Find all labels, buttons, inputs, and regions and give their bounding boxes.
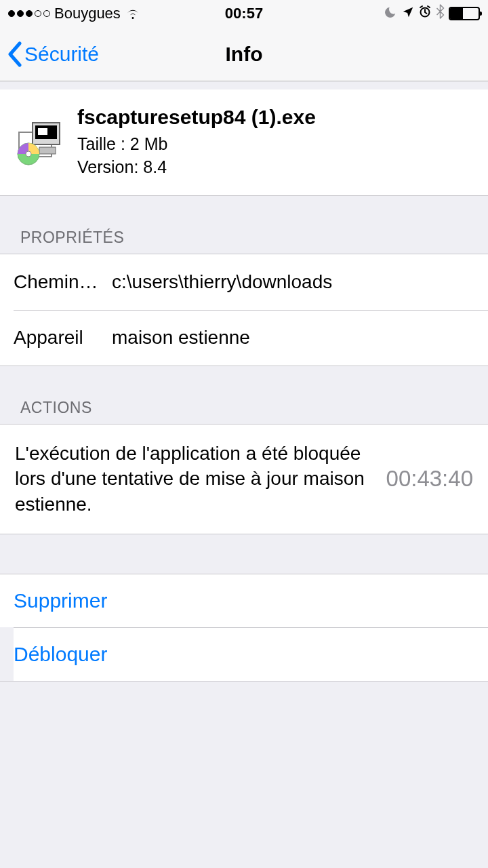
status-right [385, 4, 480, 23]
file-info: fscapturesetup84 (1).exe Taille : 2 Mb V… [77, 106, 474, 179]
svg-point-8 [26, 151, 31, 157]
alarm-icon [418, 5, 432, 22]
unblock-button[interactable]: Débloquer [14, 627, 488, 681]
file-name: fscapturesetup84 (1).exe [77, 106, 474, 129]
action-event-row[interactable]: L'exécution de l'application a été bloqu… [0, 425, 488, 534]
location-icon [402, 5, 414, 22]
svg-rect-4 [38, 128, 47, 135]
back-button[interactable]: Sécurité [7, 41, 99, 67]
properties-group: Chemin… c:\users\thierry\downloads Appar… [0, 254, 488, 366]
unblock-button-label: Débloquer [14, 643, 107, 665]
action-event-time: 00:43:40 [373, 466, 473, 492]
battery-icon [449, 7, 480, 20]
file-header: fscapturesetup84 (1).exe Taille : 2 Mb V… [0, 90, 488, 196]
wifi-icon [125, 7, 141, 20]
delete-button[interactable]: Supprimer [0, 574, 488, 627]
bluetooth-icon [436, 4, 445, 23]
file-version: Version: 8.4 [77, 156, 474, 179]
status-bar: Bouygues 00:57 [0, 0, 488, 27]
property-path-value: c:\users\thierry\downloads [112, 271, 474, 293]
file-size: Taille : 2 Mb [77, 133, 474, 156]
svg-rect-5 [39, 147, 56, 154]
delete-button-label: Supprimer [14, 589, 107, 612]
property-path-label: Chemin… [14, 271, 112, 293]
chevron-left-icon [7, 41, 22, 67]
nav-bar: Sécurité Info [0, 27, 488, 81]
section-header-properties: PROPRIÉTÉS [0, 196, 488, 254]
property-device-value: maison estienne [112, 327, 474, 349]
moon-icon [385, 5, 398, 22]
carrier-label: Bouygues [54, 5, 121, 22]
installer-file-icon [14, 117, 64, 167]
signal-strength-icon [8, 10, 50, 17]
button-group: Supprimer Débloquer [0, 574, 488, 682]
action-event-text: L'exécution de l'application a été bloqu… [15, 441, 373, 517]
property-row-path[interactable]: Chemin… c:\users\thierry\downloads [0, 254, 488, 310]
section-header-actions: ACTIONS [0, 366, 488, 424]
status-time: 00:57 [225, 5, 263, 22]
back-label: Sécurité [24, 43, 99, 66]
status-left: Bouygues [8, 5, 141, 22]
page-title: Info [226, 43, 263, 66]
property-row-device[interactable]: Appareil maison estienne [14, 310, 488, 366]
property-device-label: Appareil [14, 327, 112, 349]
actions-group: L'exécution de l'application a été bloqu… [0, 424, 488, 534]
